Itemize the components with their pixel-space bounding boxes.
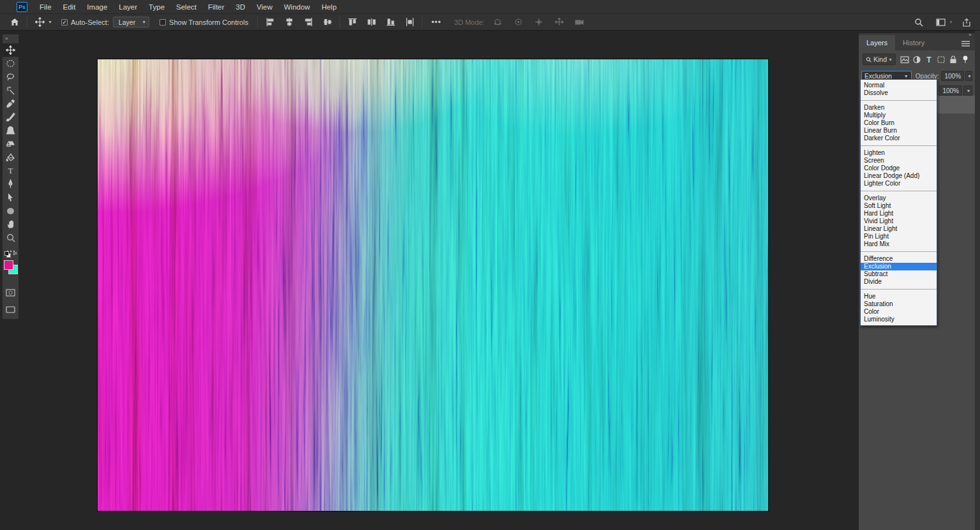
adjustment-layer-filter-icon[interactable] xyxy=(910,55,923,64)
blend-mode-option-divide[interactable]: Divide xyxy=(861,278,937,286)
preset-chevron-icon[interactable]: ▼ xyxy=(48,20,52,24)
menu-3d[interactable]: 3D xyxy=(230,0,251,14)
blend-mode-option-luminosity[interactable]: Luminosity xyxy=(861,316,937,323)
quick-mask-button[interactable] xyxy=(3,286,19,299)
distribute-bottom-edges-icon[interactable] xyxy=(383,15,397,29)
paint-bucket-tool[interactable] xyxy=(3,151,19,164)
blend-mode-option-exclusion[interactable]: Exclusion xyxy=(861,263,937,270)
distribute-horizontal-centers-icon[interactable] xyxy=(364,15,378,29)
move-tool[interactable] xyxy=(3,43,19,57)
path-selection-tool[interactable] xyxy=(3,191,19,204)
pixel-layer-filter-icon[interactable] xyxy=(898,55,910,64)
menu-bar: Ps FileEditImageLayerTypeSelectFilter3DV… xyxy=(0,0,980,14)
blend-mode-option-screen[interactable]: Screen xyxy=(861,157,937,165)
blend-mode-option-darken[interactable]: Darken xyxy=(861,104,937,112)
type-tool[interactable]: T xyxy=(3,164,19,177)
panel-menu-icon[interactable] xyxy=(961,41,970,47)
eraser-tool[interactable] xyxy=(3,137,19,151)
3d-dolly-icon xyxy=(572,15,586,29)
fill-chevron-icon[interactable]: ▼ xyxy=(963,85,972,96)
blend-mode-option-color-burn[interactable]: Color Burn xyxy=(861,119,937,127)
move-tool-preset-icon[interactable] xyxy=(33,15,47,29)
menu-help[interactable]: Help xyxy=(316,0,343,14)
menu-filter[interactable]: Filter xyxy=(202,0,230,14)
blend-mode-option-vivid-light[interactable]: Vivid Light xyxy=(861,217,937,225)
align-right-edges-icon[interactable] xyxy=(301,15,315,29)
align-vertical-centers-icon[interactable] xyxy=(320,15,334,29)
menu-edit[interactable]: Edit xyxy=(57,0,82,14)
blend-mode-option-subtract[interactable]: Subtract xyxy=(861,270,937,278)
blend-mode-option-lighten[interactable]: Lighten xyxy=(861,149,937,157)
selected-layer-row[interactable] xyxy=(935,96,975,114)
dock-collapse-icon[interactable]: » xyxy=(969,32,972,38)
menu-select[interactable]: Select xyxy=(170,0,202,14)
fill-value[interactable]: 100% xyxy=(939,85,962,96)
swap-colors-icon[interactable]: ⇄ xyxy=(13,251,17,256)
menu-image[interactable]: Image xyxy=(81,0,113,14)
menu-type[interactable]: Type xyxy=(143,0,170,14)
brush-tool[interactable] xyxy=(3,110,19,124)
distribute-top-edges-icon[interactable] xyxy=(345,15,359,29)
auto-select-target-combo[interactable]: Layer▼ xyxy=(113,17,149,27)
blend-mode-option-hue[interactable]: Hue xyxy=(861,293,937,300)
smart-object-filter-icon[interactable] xyxy=(947,55,959,64)
workspace-switcher-icon[interactable] xyxy=(933,15,947,29)
photoshop-logo[interactable]: Ps xyxy=(17,2,27,12)
blend-mode-option-pin-light[interactable]: Pin Light xyxy=(861,233,937,240)
zoom-tool[interactable] xyxy=(3,231,19,244)
align-left-edges-icon[interactable] xyxy=(263,15,277,29)
menu-view[interactable]: View xyxy=(251,0,278,14)
blend-mode-option-overlay[interactable]: Overlay xyxy=(861,195,937,202)
document-canvas[interactable] xyxy=(97,59,769,512)
toolbar-collapse-icon[interactable]: » xyxy=(3,34,19,43)
type-layer-filter-icon[interactable]: T xyxy=(923,55,935,64)
blend-mode-option-saturation[interactable]: Saturation xyxy=(861,300,937,308)
menu-file[interactable]: File xyxy=(34,0,57,14)
opacity-value[interactable]: 100% xyxy=(941,71,964,81)
filter-toggle-icon[interactable] xyxy=(959,55,971,64)
distribute-left-edges-icon[interactable] xyxy=(403,15,417,29)
blend-mode-option-color-dodge[interactable]: Color Dodge xyxy=(861,165,937,172)
blend-mode-option-linear-burn[interactable]: Linear Burn xyxy=(861,127,937,135)
clone-stamp-tool[interactable] xyxy=(3,124,19,137)
align-horizontal-centers-icon[interactable] xyxy=(282,15,296,29)
home-icon[interactable] xyxy=(8,15,22,29)
auto-select-label: Auto-Select: xyxy=(71,18,109,26)
kind-filter-combo[interactable]: Kind ▼ xyxy=(863,54,896,65)
show-transform-checkbox[interactable] xyxy=(160,19,166,26)
hand-tool[interactable] xyxy=(3,217,19,231)
blend-mode-option-soft-light[interactable]: Soft Light xyxy=(861,202,937,210)
auto-select-checkbox[interactable]: ✓ xyxy=(61,19,68,26)
opacity-chevron-icon[interactable]: ▼ xyxy=(965,71,972,81)
magic-wand-tool[interactable] xyxy=(3,84,19,97)
blend-mode-option-hard-mix[interactable]: Hard Mix xyxy=(861,240,937,248)
blend-mode-option-multiply[interactable]: Multiply xyxy=(861,112,937,119)
blend-mode-option-dissolve[interactable]: Dissolve xyxy=(861,89,937,97)
ellipse-shape-tool[interactable] xyxy=(3,204,19,217)
lasso-tool[interactable] xyxy=(3,70,19,84)
shape-layer-filter-icon[interactable] xyxy=(935,55,947,64)
tab-history[interactable]: History xyxy=(895,35,932,50)
pen-tool[interactable] xyxy=(3,177,19,191)
more-align-options-button[interactable]: ••• xyxy=(427,18,445,27)
menu-window[interactable]: Window xyxy=(278,0,316,14)
blend-mode-option-hard-light[interactable]: Hard Light xyxy=(861,210,937,217)
menu-layer[interactable]: Layer xyxy=(113,0,143,14)
blend-mode-option-normal[interactable]: Normal xyxy=(861,82,937,89)
search-icon[interactable] xyxy=(912,15,926,29)
eyedropper-tool[interactable] xyxy=(3,97,19,110)
share-icon[interactable] xyxy=(960,15,974,29)
blend-mode-option-linear-light[interactable]: Linear Light xyxy=(861,225,937,233)
tab-layers[interactable]: Layers xyxy=(859,35,895,50)
blend-mode-option-difference[interactable]: Difference xyxy=(861,255,937,263)
screen-mode-button[interactable] xyxy=(3,303,19,316)
blend-mode-option-color[interactable]: Color xyxy=(861,308,937,316)
default-colors-icon[interactable] xyxy=(4,251,11,258)
foreground-color-swatch[interactable] xyxy=(4,260,13,270)
blend-mode-option-darker-color[interactable]: Darker Color xyxy=(861,135,937,142)
blend-mode-option-lighter-color[interactable]: Lighter Color xyxy=(861,180,937,188)
layer-filter-row: Kind ▼ T xyxy=(859,50,975,68)
panel-dock-strip xyxy=(975,31,980,530)
elliptical-marquee-tool[interactable] xyxy=(3,57,19,70)
blend-mode-option-linear-dodge-add-[interactable]: Linear Dodge (Add) xyxy=(861,172,937,180)
